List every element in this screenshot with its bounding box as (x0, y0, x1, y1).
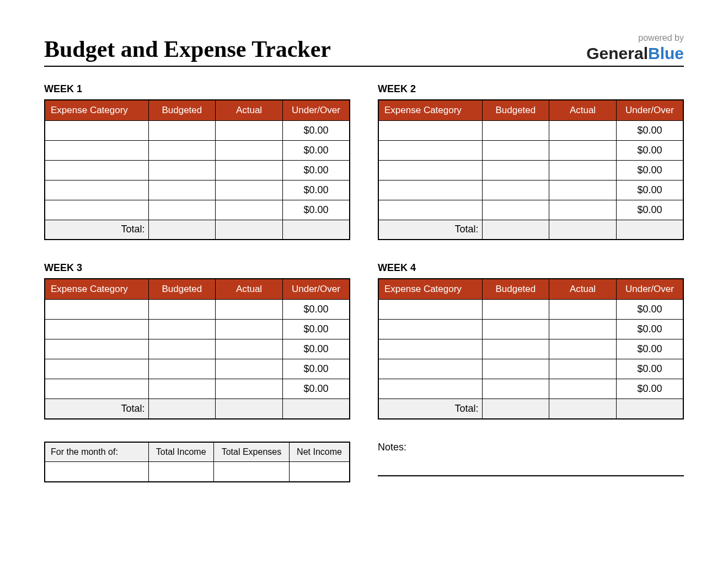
month-value[interactable] (45, 462, 148, 482)
cell-category[interactable] (45, 180, 148, 200)
week-label: WEEK 2 (378, 83, 684, 95)
cell-budgeted[interactable] (148, 320, 216, 339)
cell-actual[interactable] (216, 300, 283, 320)
cell-category[interactable] (45, 160, 148, 180)
cell-category[interactable] (378, 379, 482, 399)
net-income-value[interactable] (290, 462, 350, 482)
cell-budgeted[interactable] (482, 359, 549, 379)
cell-category[interactable] (378, 120, 482, 140)
cell-budgeted[interactable] (148, 339, 216, 359)
table-row: $0.00 (378, 120, 683, 140)
cell-category[interactable] (378, 300, 482, 320)
cell-actual[interactable] (216, 200, 283, 220)
cell-budgeted[interactable] (148, 160, 216, 180)
cell-budgeted[interactable] (482, 160, 549, 180)
cell-underover: $0.00 (616, 300, 683, 320)
cell-actual[interactable] (549, 160, 617, 180)
cell-category[interactable] (45, 300, 148, 320)
cell-actual[interactable] (216, 180, 283, 200)
table-row: $0.00 (378, 300, 683, 320)
cell-actual[interactable] (549, 320, 617, 339)
cell-budgeted[interactable] (482, 379, 549, 399)
cell-underover: $0.00 (282, 160, 350, 180)
total-row: Total: (45, 220, 350, 240)
cell-budgeted[interactable] (148, 120, 216, 140)
brand-name-1: General (586, 44, 648, 62)
cell-budgeted[interactable] (148, 379, 216, 399)
total-row: Total: (378, 220, 683, 240)
cell-category[interactable] (45, 200, 148, 220)
col-underover-header: Under/Over (282, 279, 350, 300)
cell-category[interactable] (45, 120, 148, 140)
cell-actual[interactable] (549, 379, 617, 399)
total-income-value[interactable] (148, 462, 213, 482)
cell-actual[interactable] (216, 339, 283, 359)
cell-category[interactable] (45, 339, 148, 359)
cell-category[interactable] (45, 359, 148, 379)
cell-underover: $0.00 (282, 200, 350, 220)
col-category-header: Expense Category (378, 279, 482, 300)
cell-category[interactable] (378, 320, 482, 339)
cell-actual[interactable] (549, 180, 617, 200)
col-underover-header: Under/Over (616, 279, 683, 300)
table-header-row: Expense CategoryBudgetedActualUnder/Over (45, 100, 350, 121)
summary-block: For the month of: Total Income Total Exp… (44, 442, 350, 482)
col-category-header: Expense Category (45, 100, 148, 121)
cell-budgeted[interactable] (482, 120, 549, 140)
cell-actual[interactable] (216, 359, 283, 379)
cell-underover: $0.00 (616, 140, 683, 160)
cell-budgeted[interactable] (482, 200, 549, 220)
cell-budgeted[interactable] (148, 140, 216, 160)
cell-underover: $0.00 (616, 120, 683, 140)
cell-actual[interactable] (549, 200, 617, 220)
week-label: WEEK 3 (44, 262, 350, 274)
cell-category[interactable] (378, 339, 482, 359)
table-row: $0.00 (378, 379, 683, 399)
week-label: WEEK 4 (378, 262, 684, 274)
total-label: Total: (378, 399, 482, 419)
cell-category[interactable] (378, 180, 482, 200)
cell-budgeted[interactable] (482, 320, 549, 339)
cell-underover: $0.00 (616, 200, 683, 220)
cell-actual[interactable] (216, 379, 283, 399)
cell-budgeted[interactable] (482, 180, 549, 200)
cell-budgeted[interactable] (148, 180, 216, 200)
col-actual-header: Actual (216, 279, 283, 300)
cell-category[interactable] (45, 379, 148, 399)
cell-underover: $0.00 (616, 359, 683, 379)
table-row: $0.00 (378, 320, 683, 339)
cell-actual[interactable] (549, 339, 617, 359)
table-row: $0.00 (45, 140, 350, 160)
table-header-row: Expense CategoryBudgetedActualUnder/Over (45, 279, 350, 300)
cell-category[interactable] (45, 140, 148, 160)
week-block: WEEK 4Expense CategoryBudgetedActualUnde… (378, 262, 684, 419)
total-actual (549, 220, 617, 240)
expense-table: Expense CategoryBudgetedActualUnder/Over… (44, 278, 350, 419)
cell-budgeted[interactable] (148, 200, 216, 220)
total-expenses-value[interactable] (213, 462, 289, 482)
cell-budgeted[interactable] (482, 300, 549, 320)
cell-actual[interactable] (549, 120, 617, 140)
cell-actual[interactable] (216, 320, 283, 339)
cell-category[interactable] (378, 160, 482, 180)
cell-budgeted[interactable] (482, 140, 549, 160)
cell-actual[interactable] (549, 359, 617, 379)
total-label: Total: (378, 220, 482, 240)
table-row: $0.00 (45, 359, 350, 379)
cell-category[interactable] (378, 359, 482, 379)
cell-actual[interactable] (549, 140, 617, 160)
cell-category[interactable] (45, 320, 148, 339)
table-row: $0.00 (378, 200, 683, 220)
cell-category[interactable] (378, 200, 482, 220)
cell-actual[interactable] (216, 160, 283, 180)
cell-category[interactable] (378, 140, 482, 160)
cell-budgeted[interactable] (148, 359, 216, 379)
week-label: WEEK 1 (44, 83, 350, 95)
cell-budgeted[interactable] (148, 300, 216, 320)
cell-budgeted[interactable] (482, 339, 549, 359)
cell-actual[interactable] (216, 120, 283, 140)
col-actual-header: Actual (549, 279, 617, 300)
notes-line[interactable] (378, 463, 684, 476)
cell-actual[interactable] (549, 300, 617, 320)
cell-actual[interactable] (216, 140, 283, 160)
